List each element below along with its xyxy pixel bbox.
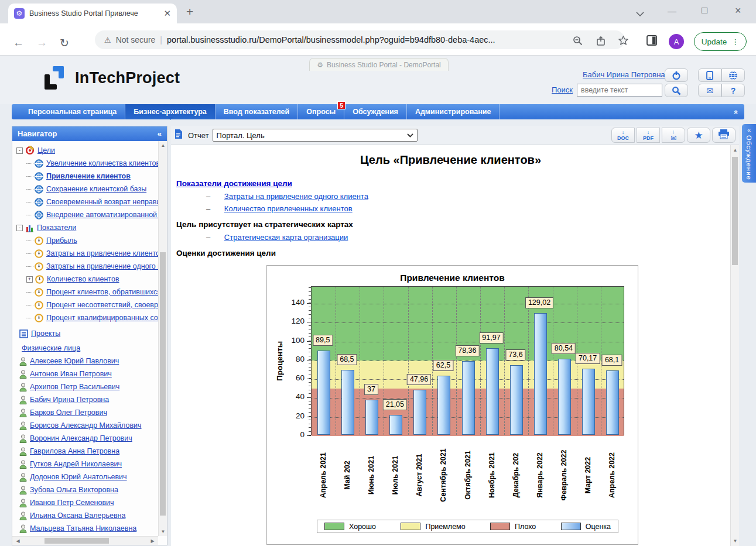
horizontal-gridline: [312, 342, 624, 342]
search-input[interactable]: [577, 84, 662, 97]
send-mail-button[interactable]: ↓ ✉: [662, 128, 685, 143]
sidebar-horizontal-scrollbar[interactable]: ◀ ▶: [12, 536, 158, 545]
help-button[interactable]: ?: [721, 84, 745, 97]
tree-indicator-5-link[interactable]: Процент клиентов, обратившихся по: [46, 288, 158, 296]
tree-person-10-link[interactable]: Додонов Юрий Анатольевич: [30, 473, 127, 481]
globe-icon: [728, 71, 738, 80]
scroll-up-icon[interactable]: ▲: [731, 147, 740, 153]
browser-tab[interactable]: ⚙ Business Studio Portal Привлече ✕: [8, 4, 177, 23]
strategy-map-link[interactable]: Стратегическая карта организации: [224, 233, 348, 242]
tab-close-icon[interactable]: ✕: [163, 8, 171, 19]
url-bar[interactable]: ⚠ Not secure | portal.businessstudio.ru/…: [95, 30, 625, 49]
tree-person-3-link[interactable]: Архипов Петр Васильевич: [30, 383, 119, 391]
expand-icon[interactable]: +: [26, 276, 33, 283]
sidebar-vertical-scrollbar[interactable]: ▲ ▼: [158, 141, 167, 536]
indicator-gauge-icon: [35, 288, 43, 297]
favorite-button[interactable]: ★: [687, 128, 710, 143]
window-close-button[interactable]: ×: [735, 5, 741, 17]
window-minimize-button[interactable]: —: [668, 6, 676, 16]
tree-person-5-link[interactable]: Барков Олег Петрович: [30, 408, 107, 417]
scroll-up-icon[interactable]: ▲: [159, 143, 167, 148]
forward-button[interactable]: →: [36, 36, 47, 49]
nav-tab-2[interactable]: Бизнес-архитектура: [125, 104, 215, 119]
tree-goal-5-link[interactable]: Внедрение автоматизированной сист: [46, 211, 158, 219]
content-vertical-scrollbar[interactable]: ▲ ▼: [730, 145, 739, 546]
tree-goal-2-link[interactable]: Привлечение клиентов: [46, 172, 131, 180]
user-name-link[interactable]: Бабич Ирина Петровна: [583, 70, 665, 79]
tree-person-12-link[interactable]: Иванов Петр Семенович: [30, 499, 114, 507]
mobile-version-button[interactable]: [698, 68, 721, 82]
tree-person-6-link[interactable]: Борисов Александр Михайлович: [30, 421, 142, 430]
scrollbar-thumb[interactable]: [732, 157, 738, 265]
tree-goal-3-link[interactable]: Сохранение клиентской базы: [46, 185, 146, 193]
tree-person-8-link[interactable]: Гаврилова Анна Петровна: [30, 447, 119, 455]
language-button[interactable]: [721, 68, 745, 82]
discussion-side-tab[interactable]: « Обсуждение: [742, 124, 756, 183]
share-icon[interactable]: [596, 36, 606, 48]
background-tab[interactable]: ⚙ Business Studio Portal - DemoPortal: [309, 58, 449, 71]
messages-button[interactable]: ✉: [698, 84, 721, 97]
tree-people-root-link[interactable]: Физические лица: [22, 344, 80, 352]
search-button[interactable]: [665, 84, 688, 97]
reload-button[interactable]: ↻: [60, 36, 69, 50]
person-icon: [19, 421, 27, 430]
collapse-icon[interactable]: -: [16, 225, 23, 231]
print-button[interactable]: [712, 128, 736, 143]
value-label: 73,6: [505, 349, 525, 360]
scrollbar-thumb[interactable]: [160, 252, 166, 516]
logout-button[interactable]: [665, 68, 688, 82]
tree-indicator-4-link[interactable]: Количество клиентов: [47, 275, 119, 283]
tab-search-chevron-icon[interactable]: [636, 8, 644, 18]
scrollbar-thumb[interactable]: [45, 538, 109, 544]
export-pdf-button[interactable]: ↓ PDF: [637, 128, 660, 143]
nav-tab-6[interactable]: Администрирование: [407, 104, 500, 119]
indicators-heading-link[interactable]: Показатели достижения цели: [176, 179, 292, 188]
side-panel-icon[interactable]: [646, 35, 657, 48]
collapse-icon[interactable]: -: [16, 147, 23, 154]
tree-indicators-root-link[interactable]: Показатели: [37, 224, 76, 232]
nav-tab-3[interactable]: Ввод показателей: [215, 104, 298, 119]
tree-projects-link[interactable]: Проекты: [31, 329, 60, 338]
bar-Ноябрь 2021: [486, 348, 499, 435]
export-doc-button[interactable]: ↓ DOC: [611, 128, 635, 143]
scroll-left-icon[interactable]: ◀: [13, 538, 22, 544]
tree-goal-1-link[interactable]: Увеличение количества клиентов: [46, 159, 158, 167]
tree-person-7-link[interactable]: Воронин Александр Петрович: [30, 434, 132, 442]
avatar[interactable]: A: [669, 34, 684, 49]
scroll-right-icon[interactable]: ▶: [148, 538, 157, 544]
tree-indicator-3-link[interactable]: Затраты на привлечение одного клие: [46, 262, 158, 270]
zoom-out-icon[interactable]: [573, 36, 583, 48]
tree-person-11-link[interactable]: Зубова Ольга Викторовна: [30, 486, 118, 494]
value-label: 47,96: [407, 374, 431, 385]
nav-tab-1[interactable]: Персональная страница: [20, 104, 125, 119]
collapse-menu-icon[interactable]: «: [732, 109, 741, 114]
tree-person-9-link[interactable]: Гутков Андрей Николаевич: [30, 460, 122, 468]
tree-indicator-7-link[interactable]: Процент квалифицированных сотруд: [46, 314, 158, 322]
search-link[interactable]: Поиск: [552, 85, 573, 94]
new-tab-button[interactable]: +: [186, 5, 193, 19]
nav-tab-5[interactable]: Обсуждения: [344, 104, 407, 119]
tree-goals-root-link[interactable]: Цели: [37, 146, 55, 154]
tree-person-4-link[interactable]: Бабич Ирина Петровна: [30, 396, 109, 404]
tree-indicator-6-link[interactable]: Процент несоответствий, своевреме: [46, 301, 158, 309]
bookmark-star-icon[interactable]: [618, 36, 628, 47]
indicator-link-1[interactable]: Затраты на привлечение одного клиента: [224, 192, 368, 201]
tree-person-1-link[interactable]: Алексеев Юрий Павлович: [30, 357, 119, 365]
report-select[interactable]: Портал. Цель: [213, 129, 418, 142]
scroll-down-icon[interactable]: ▼: [159, 529, 167, 534]
indicator-link-2[interactable]: Количество привлеченных клиентов: [224, 204, 353, 213]
tree-person-14-link[interactable]: Мальцева Татьяна Николаевна: [30, 524, 136, 533]
horizontal-gridline: [312, 304, 624, 304]
tree-person-2-link[interactable]: Антонов Иван Петрович: [30, 370, 112, 378]
tree-person-13-link[interactable]: Ильина Оксана Валерьевна: [30, 511, 125, 520]
tree-goal-4-link[interactable]: Своевременный возврат неправильн: [46, 198, 158, 206]
person-icon: [19, 370, 27, 379]
nav-tab-4[interactable]: Опросы5: [298, 104, 344, 119]
scroll-down-icon[interactable]: ▼: [731, 538, 740, 544]
update-button[interactable]: Update ⋮: [694, 32, 747, 51]
tree-indicator-1-link[interactable]: Прибыль: [46, 236, 77, 245]
back-button[interactable]: ←: [13, 36, 24, 49]
window-maximize-button[interactable]: □: [702, 5, 707, 16]
collapse-sidebar-icon[interactable]: «: [158, 129, 162, 138]
tree-indicator-2-link[interactable]: Затраты на привлечение клиентов: [46, 249, 158, 257]
